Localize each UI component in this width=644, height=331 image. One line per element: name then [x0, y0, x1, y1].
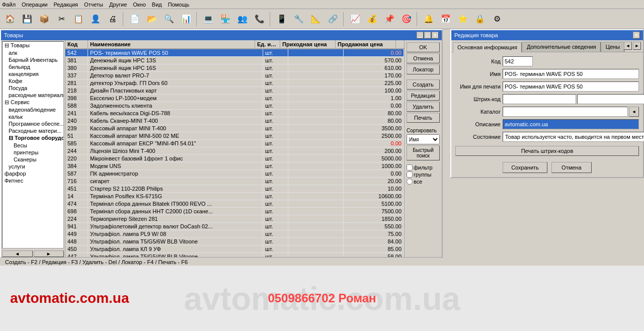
table-row-21[interactable]: 698Термінал сбора данных НHT C2000 (1D с…	[65, 208, 404, 215]
toolbar-btn-6[interactable]: 👤	[88, 11, 104, 27]
print-button[interactable]: Печать	[407, 113, 440, 123]
toolbar-btn-12[interactable]: 💻	[200, 11, 216, 27]
tab-prev-btn[interactable]: ◄	[624, 42, 632, 50]
toolbar-btn-8[interactable]: 📄	[127, 11, 143, 27]
toolbar-btn-28[interactable]: ⚙	[489, 11, 505, 27]
menu-reports[interactable]: Отчеты	[84, 2, 103, 8]
maximize-btn[interactable]: □	[424, 32, 431, 39]
toolbar-btn-3[interactable]: 📦	[36, 11, 52, 27]
table-row-8[interactable]: 241Кабель весы/касса Digi-DS-788шт.80.00	[65, 110, 404, 117]
tree-item-4[interactable]: канцелярия	[3, 70, 63, 77]
tree-item-8[interactable]: ⊟ Сервис	[3, 99, 63, 106]
fast-search-button[interactable]: Быстрый поиск	[407, 145, 440, 160]
tree-item-2[interactable]: Барный Инвентарь	[3, 56, 63, 63]
tree-item-13[interactable]: ⊟ Торговое оборудо...	[3, 134, 63, 142]
table-row-26[interactable]: 450Ультрафіол. лампа КЛ 9 УФшт.85.00	[65, 245, 404, 253]
tree-item-12[interactable]: Расходные матери...	[3, 127, 63, 134]
table-row-15[interactable]: 384Модем UNSшт.1000.00	[65, 162, 404, 170]
close-btn[interactable]: ✕	[432, 32, 439, 39]
toolbar-btn-18[interactable]: 📐	[308, 11, 324, 27]
table-row-12[interactable]: 585Кассовый аппарат ЕКСР "МINI-ФП 54.01"…	[65, 140, 404, 147]
edit-button[interactable]: Редакция	[407, 91, 440, 101]
tree-item-0[interactable]: ⊟ Товары	[3, 42, 63, 49]
catalog-input[interactable]	[503, 107, 628, 117]
table-row-11[interactable]: 51Кассовый аппарат MINI-500 02 MEшт.2500…	[65, 132, 404, 140]
ok-button[interactable]: OK	[407, 42, 440, 52]
sort-select[interactable]: Имя Код Цена	[407, 134, 440, 144]
groups-checkbox[interactable]	[407, 172, 413, 178]
toolbar-btn-21[interactable]: 💰	[364, 11, 380, 27]
create-button[interactable]: Создать	[407, 79, 440, 90]
menu-other[interactable]: Другие	[109, 2, 127, 8]
table-row-18[interactable]: 451Стартер S2 110-220B Philipsшт.10.00	[65, 185, 404, 193]
toolbar-btn-19[interactable]: 🔗	[325, 11, 341, 27]
tree-item-14[interactable]: Весы	[3, 142, 63, 149]
toolbar-btn-22[interactable]: 📌	[381, 11, 397, 27]
menu-edit[interactable]: Редакция	[54, 2, 78, 8]
tab-prices[interactable]: Цены	[601, 42, 624, 52]
cancel-button[interactable]: Отмена	[407, 53, 440, 63]
product-rows[interactable]: 542POS- терминал WAVE POS 50шт.0.00381Де…	[65, 49, 404, 257]
toolbar-btn-25[interactable]: 📅	[438, 11, 454, 27]
barcode-input-1[interactable]	[503, 94, 576, 104]
description-input[interactable]	[503, 119, 639, 129]
col-header-code[interactable]: Код	[65, 40, 88, 48]
table-row-6[interactable]: 398Ексселио LP-1000+модемшт.1.00	[65, 95, 404, 102]
table-row-5[interactable]: 218Дизайн Пластиковых картшт.100.00	[65, 87, 404, 95]
table-row-27[interactable]: 447Ультрафіол. лампа T5/G5/4W BLB Vitoon…	[65, 253, 404, 257]
name-input[interactable]	[503, 69, 639, 79]
table-row-20[interactable]: 474Термінал сбора данных Bitatek IT9000 …	[65, 200, 404, 208]
toolbar-btn-5[interactable]: 📋	[70, 11, 87, 27]
all-radio[interactable]	[407, 179, 413, 185]
menu-view[interactable]: Вид	[152, 2, 162, 8]
table-row-25[interactable]: 448Ультрафіол. лампа T5/G5/6W BLB Vitoon…	[65, 238, 404, 245]
save-button[interactable]: Сохранить	[503, 162, 547, 173]
toolbar-btn-4[interactable]: ✂	[53, 11, 69, 27]
tree-item-18[interactable]: фарфор	[3, 170, 63, 177]
print-barcodes-btn[interactable]: Печать штрих-кодов	[455, 146, 639, 156]
toolbar-btn-11[interactable]: 📊	[178, 11, 194, 27]
tree-item-11[interactable]: Програмное обеспе...	[3, 120, 63, 127]
col-header-sell[interactable]: Продажная цена	[336, 40, 396, 48]
tab-next-btn[interactable]: ►	[633, 42, 641, 50]
table-row-9[interactable]: 240Кабель Сканер-MINI T-400шт.80.00	[65, 117, 404, 125]
toolbar-btn-1[interactable]: 🏠	[2, 11, 18, 27]
toolbar-btn-24[interactable]: 🔔	[421, 11, 437, 27]
table-row-16[interactable]: 587ПК администраторшт.0.00	[65, 170, 404, 178]
filter-checkbox[interactable]	[407, 164, 413, 171]
tree-item-7[interactable]: расходные материалы	[3, 92, 63, 99]
dialog-cancel-button[interactable]: Отмена	[551, 162, 592, 173]
col-header-unit[interactable]: Ед. изм.	[255, 40, 280, 48]
toolbar-btn-14[interactable]: 👥	[234, 11, 251, 27]
table-row-4[interactable]: 281детектор Ультраф. ГП Dors 60шт.225.00	[65, 79, 404, 87]
menu-window[interactable]: Окно	[133, 2, 146, 8]
tab-basic-info[interactable]: Основная информация	[453, 42, 522, 52]
col-header-buy[interactable]: Приходная цена	[280, 40, 336, 48]
menu-operations[interactable]: Операции	[22, 2, 47, 8]
code-input[interactable]	[503, 56, 533, 66]
tree-item-17[interactable]: услуги	[3, 163, 63, 170]
print-name-input[interactable]	[503, 81, 639, 92]
minimize-btn[interactable]: _	[417, 32, 424, 39]
toolbar-btn-26[interactable]: ⭐	[455, 11, 471, 27]
table-row-24[interactable]: 449Ультрафіол. лампа PL9 W/ 08шт.75.00	[65, 230, 404, 238]
tree-item-1[interactable]: алк	[3, 49, 63, 56]
table-row-13[interactable]: 244Ліцензія Шліоз Mini Т-400шт.200.00	[65, 147, 404, 155]
tree-item-19[interactable]: Фитнес	[3, 177, 63, 184]
toolbar-btn-23[interactable]: 🎯	[398, 11, 415, 27]
toolbar-btn-16[interactable]: 📱	[274, 11, 290, 27]
table-row-10[interactable]: 239Кассовый аппарат MINI T-400шт.3500.00	[65, 125, 404, 132]
toolbar-btn-13[interactable]: 🏪	[217, 11, 233, 27]
toolbar-btn-7[interactable]: 🖨	[105, 11, 121, 27]
toolbar-btn-10[interactable]: 🔍	[161, 11, 177, 27]
locator-button[interactable]: Локатор	[407, 64, 440, 74]
table-row-2[interactable]: 380Денежный ящик HPC 16Sшт.610.00	[65, 64, 404, 72]
tree-item-16[interactable]: Сканеры	[3, 156, 63, 163]
table-row-3[interactable]: 337Детектор валют PRO-7шт.170.00	[65, 72, 404, 79]
toolbar-btn-2[interactable]: 💾	[19, 11, 35, 27]
table-row-14[interactable]: 220Мікроінвест базовий 1фронт 1 офисшт.5…	[65, 155, 404, 162]
table-row-22[interactable]: 224Термопринтер Sitezen 281шт.1850.00	[65, 215, 404, 223]
delete-button[interactable]: Удалить	[407, 102, 440, 112]
tree-scroll-left[interactable]: ◄	[2, 251, 33, 257]
toolbar-btn-17[interactable]: 🔧	[291, 11, 307, 27]
